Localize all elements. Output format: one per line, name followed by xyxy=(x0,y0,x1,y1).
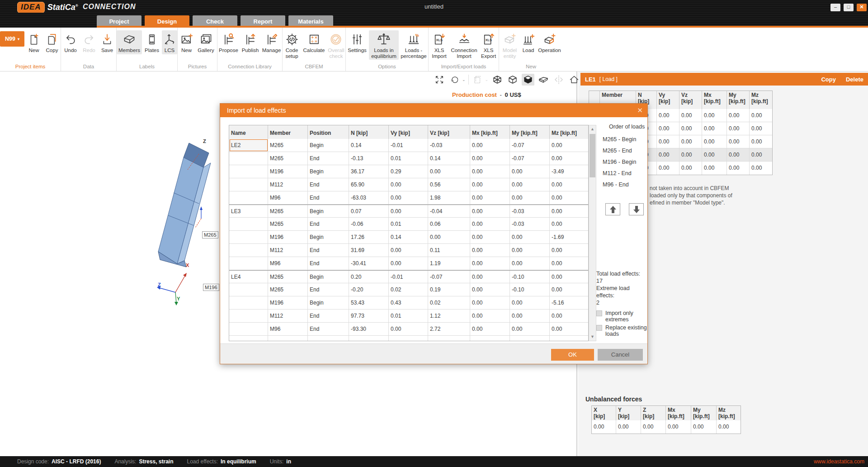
table-cell[interactable] xyxy=(229,152,268,165)
table-cell[interactable]: 0.00 xyxy=(389,178,428,191)
table-cell[interactable] xyxy=(229,244,268,257)
table-cell[interactable]: -0.06 xyxy=(349,218,389,230)
table-cell[interactable] xyxy=(229,178,268,191)
table-cell[interactable]: LE3 xyxy=(229,205,268,217)
table-cell[interactable]: 0.00 xyxy=(470,178,510,191)
table-row[interactable]: M265End-0.060.010.060.00-0.030.00 xyxy=(229,218,588,231)
xls-import-button[interactable]: XLS XLS Import xyxy=(429,30,449,60)
move-up-button[interactable] xyxy=(605,203,620,215)
table-cell[interactable]: 0.00 xyxy=(510,165,550,178)
table-cell[interactable]: 0.00 xyxy=(550,310,588,322)
table-cell[interactable] xyxy=(550,336,588,341)
table-cell[interactable]: -0.07 xyxy=(510,152,550,165)
table-cell[interactable]: 0.56 xyxy=(428,178,470,191)
table-cell[interactable]: 0.00 xyxy=(750,109,772,122)
new-load-button[interactable]: Load xyxy=(521,30,536,54)
table-cell[interactable]: 0.00 xyxy=(550,191,588,204)
table-cell[interactable]: 0.00 xyxy=(510,257,550,270)
table-cell[interactable]: 0.00 xyxy=(389,257,428,270)
table-cell[interactable]: 0.02 xyxy=(428,296,470,309)
table-cell[interactable]: Begin xyxy=(308,271,349,283)
table-cell[interactable]: 17.26 xyxy=(349,231,389,243)
table-cell[interactable]: End xyxy=(308,152,349,165)
checkbox-icon[interactable] xyxy=(596,325,602,331)
table-cell[interactable]: 0.00 xyxy=(666,420,691,434)
table-cell[interactable]: 0.43 xyxy=(389,296,428,309)
table-row[interactable] xyxy=(229,336,588,341)
table-cell[interactable] xyxy=(229,310,268,322)
table-cell[interactable]: 0.00 xyxy=(550,178,588,191)
order-item[interactable]: M265 - Begin xyxy=(603,134,646,145)
table-cell[interactable]: 0.00 xyxy=(550,283,588,296)
table-cell[interactable]: M96 xyxy=(268,323,308,335)
table-cell[interactable]: Begin xyxy=(308,165,349,178)
table-row[interactable]: M265End-0.130.010.140.00-0.070.00 xyxy=(229,152,588,165)
member-label-m196[interactable]: M196 xyxy=(203,284,219,291)
table-cell[interactable] xyxy=(308,336,349,341)
table-cell[interactable]: 0.00 xyxy=(550,205,588,217)
chevron-down-icon[interactable]: ⌄ xyxy=(462,77,466,82)
table-cell[interactable]: 0.29 xyxy=(389,165,428,178)
table-cell[interactable]: 0.00 xyxy=(691,420,717,434)
cube-transparent-icon[interactable] xyxy=(506,74,519,86)
labels-plates-toggle[interactable]: Plates xyxy=(143,30,161,54)
table-cell[interactable] xyxy=(428,336,470,341)
table-cell[interactable]: 0.00 xyxy=(727,122,750,135)
table-cell[interactable]: 0.00 xyxy=(750,162,772,175)
table-cell[interactable]: 0.00 xyxy=(470,323,510,335)
table-cell[interactable]: -3.49 xyxy=(550,165,588,178)
table-cell[interactable]: 0.00 xyxy=(727,162,750,175)
loads-in-equilibrium-toggle[interactable]: Loads in equilibrium xyxy=(369,30,399,60)
table-cell[interactable]: 1.12 xyxy=(428,310,470,322)
table-cell[interactable]: 0.20 xyxy=(349,271,389,283)
table-cell[interactable]: 0.00 xyxy=(550,323,588,335)
table-cell[interactable]: 0.00 xyxy=(510,296,550,309)
table-cell[interactable]: 0.00 xyxy=(389,244,428,257)
table-cell[interactable]: 0.14 xyxy=(428,152,470,165)
table-cell[interactable]: 0.00 xyxy=(428,165,470,178)
table-cell[interactable]: -0.10 xyxy=(510,271,550,283)
manage-button[interactable]: Manage xyxy=(261,30,282,54)
table-row[interactable]: M112End65.900.000.560.000.000.00 xyxy=(229,178,588,191)
table-cell[interactable]: 0.00 xyxy=(657,162,679,175)
table-cell[interactable]: LE2 xyxy=(229,139,268,152)
table-cell[interactable]: M96 xyxy=(268,257,308,270)
table-cell[interactable]: -0.03 xyxy=(428,139,470,152)
table-cell[interactable]: 0.01 xyxy=(389,310,428,322)
undo-button[interactable]: Undo xyxy=(61,30,80,54)
copy-project-item-button[interactable]: Copy xyxy=(43,30,61,54)
labels-members-toggle[interactable]: Members xyxy=(117,30,142,54)
table-cell[interactable]: Begin xyxy=(308,139,349,152)
table-cell[interactable] xyxy=(470,336,510,341)
dialog-load-table[interactable]: LE2M265Begin0.14-0.01-0.030.00-0.070.00M… xyxy=(229,139,589,341)
table-cell[interactable]: 0.00 xyxy=(702,122,727,135)
order-item[interactable]: M196 - Begin xyxy=(603,157,646,168)
table-cell[interactable]: M265 xyxy=(268,139,308,152)
fit-view-icon[interactable] xyxy=(433,74,446,86)
table-cell[interactable]: End xyxy=(308,310,349,322)
rotate-view-icon[interactable] xyxy=(448,74,461,86)
table-cell[interactable] xyxy=(229,218,268,230)
new-operation-button[interactable]: Operation xyxy=(537,30,562,54)
loads-percentage-button[interactable]: % Loads - percentage xyxy=(400,30,428,60)
table-cell[interactable]: M96 xyxy=(268,191,308,204)
table-cell[interactable]: 0.00 xyxy=(657,135,679,148)
table-cell[interactable]: M196 xyxy=(268,231,308,243)
table-cell[interactable]: -30.41 xyxy=(349,257,389,270)
member-label-m265[interactable]: M265 xyxy=(202,231,218,238)
table-cell[interactable]: 0.00 xyxy=(550,257,588,270)
table-cell[interactable] xyxy=(510,336,550,341)
table-cell[interactable]: 0.00 xyxy=(470,205,510,217)
table-cell[interactable]: -5.16 xyxy=(550,296,588,309)
table-cell[interactable]: 53.43 xyxy=(349,296,389,309)
order-item[interactable]: M96 - End xyxy=(603,179,646,191)
import-only-extremes-option[interactable]: Import only extremes xyxy=(596,310,647,323)
table-cell[interactable]: 0.00 xyxy=(470,152,510,165)
scrollbar-thumb[interactable] xyxy=(590,134,595,177)
table-row[interactable]: M112End31.690.000.110.000.000.00 xyxy=(229,244,588,257)
table-cell[interactable]: 65.90 xyxy=(349,178,389,191)
table-cell[interactable]: 0.00 xyxy=(750,148,772,161)
table-cell[interactable] xyxy=(229,323,268,335)
table-cell[interactable]: 0.00 xyxy=(510,244,550,257)
move-down-button[interactable] xyxy=(629,203,644,215)
